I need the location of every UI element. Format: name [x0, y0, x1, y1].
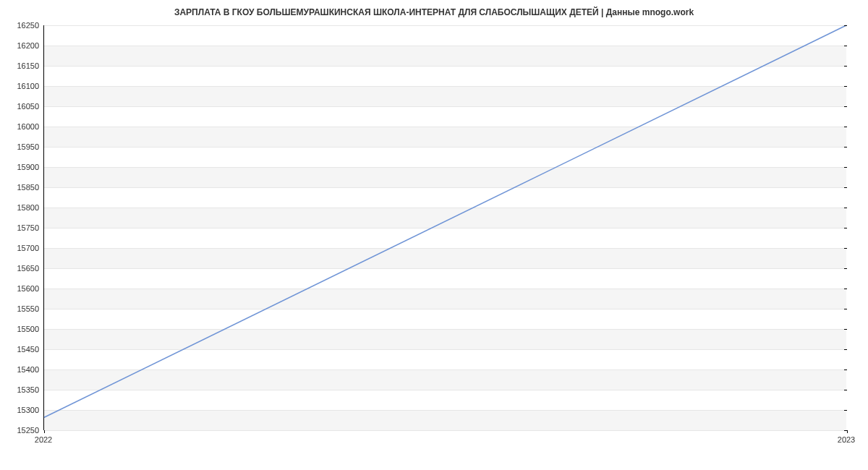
- y-tickmark: [844, 106, 847, 107]
- y-tickmark: [844, 410, 847, 411]
- plot-area: [43, 25, 846, 430]
- y-tickmark: [844, 46, 847, 46]
- y-tick-label: 15950: [17, 142, 39, 151]
- y-tickmark: [844, 390, 847, 390]
- y-tickmark: [844, 289, 847, 289]
- y-tick-label: 16000: [17, 122, 39, 131]
- y-tick-label: 16150: [17, 61, 39, 70]
- y-tickmark: [844, 329, 847, 330]
- y-tickmark: [844, 86, 847, 87]
- chart-title: ЗАРПЛАТА В ГКОУ БОЛЬШЕМУРАШКИНСКАЯ ШКОЛА…: [0, 7, 868, 17]
- y-tickmark: [844, 187, 847, 188]
- y-tickmark: [844, 228, 847, 228]
- y-tick-label: 16250: [17, 21, 39, 30]
- y-tick-label: 16050: [17, 102, 39, 111]
- y-tick-label: 15900: [17, 163, 39, 171]
- y-tickmark: [844, 369, 847, 370]
- chart-svg: [44, 25, 846, 430]
- y-tickmark: [844, 66, 847, 67]
- y-tickmark: [844, 208, 847, 208]
- y-tick-label: 15750: [17, 223, 39, 232]
- x-tick-label: 2023: [838, 435, 855, 444]
- y-tick-label: 15700: [17, 244, 39, 252]
- y-tickmark: [844, 127, 847, 127]
- y-tickmark: [844, 147, 847, 148]
- salary-chart: ЗАРПЛАТА В ГКОУ БОЛЬШЕМУРАШКИНСКАЯ ШКОЛА…: [0, 0, 868, 470]
- y-tickmark: [844, 349, 847, 350]
- x-tickmark: [44, 430, 45, 433]
- y-tick-label: 15500: [17, 325, 39, 333]
- y-tickmark: [844, 25, 847, 26]
- y-tick-label: 15850: [17, 183, 39, 192]
- x-tickmark: [847, 430, 848, 433]
- y-tick-label: 15400: [17, 365, 39, 374]
- y-tick-label: 15250: [17, 426, 39, 435]
- y-tick-label: 15550: [17, 304, 39, 313]
- y-tick-label: 15300: [17, 406, 39, 414]
- y-tickmark: [844, 248, 847, 249]
- y-tickmark: [844, 268, 847, 269]
- x-tick-label: 2022: [35, 435, 52, 444]
- y-tick-label: 15600: [17, 284, 39, 293]
- y-tick-label: 15800: [17, 203, 39, 212]
- y-tickmark: [844, 309, 847, 309]
- y-tickmark: [844, 167, 847, 168]
- y-tick-label: 16200: [17, 41, 39, 50]
- y-tick-label: 15650: [17, 264, 39, 273]
- y-tick-label: 15450: [17, 345, 39, 354]
- data-line: [44, 25, 846, 417]
- y-gridline: [44, 430, 846, 431]
- y-tick-label: 15350: [17, 385, 39, 394]
- y-tick-label: 16100: [17, 82, 39, 90]
